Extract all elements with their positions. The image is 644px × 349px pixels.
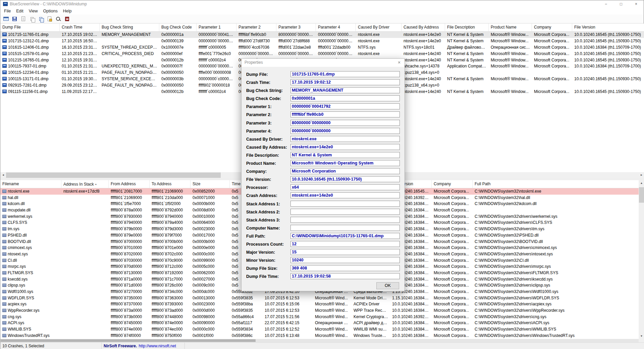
exit-button[interactable]: [63, 15, 71, 22]
column-header-parameter-4[interactable]: Parameter 4: [316, 23, 356, 32]
field-input-file-version[interactable]: [290, 176, 400, 182]
driver-row-cell-to-address: fffff800`8750f000: [150, 333, 191, 339]
minimize-button[interactable]: −: [598, 0, 613, 8]
field-input-company[interactable]: [290, 168, 400, 174]
column-header-company[interactable]: Company: [432, 180, 473, 188]
close-button[interactable]: ×: [629, 0, 644, 8]
driver-row[interactable]: ACPI.sysfffff800`87450000fffff800`874e00…: [0, 320, 639, 326]
maximize-button[interactable]: □: [613, 0, 629, 8]
column-header-bug-check-string[interactable]: Bug Check String: [100, 23, 159, 32]
properties-icon: [48, 16, 51, 21]
copy-details-button[interactable]: [37, 15, 45, 22]
column-header-to-address[interactable]: To Address: [150, 180, 191, 188]
column-header-caused-by-address[interactable]: Caused By Address: [401, 23, 445, 32]
ok-button[interactable]: OK: [376, 282, 399, 289]
menu-edit[interactable]: Edit: [13, 8, 26, 14]
crash-row[interactable]: 101715-11765-01.dmp17.10.2015 19:02:12ME…: [0, 32, 644, 38]
menu-options[interactable]: Options: [41, 8, 60, 14]
column-header-caused-by-driver[interactable]: Caused By Driver: [356, 23, 401, 32]
field-input-computer-name[interactable]: [290, 225, 400, 231]
column-header-full-path[interactable]: Full Path: [473, 180, 639, 188]
menu-help[interactable]: Help: [60, 8, 74, 14]
driver-row-cell-address-in-stack: [61, 239, 109, 245]
column-header-file-version[interactable]: File Version: [572, 23, 644, 32]
field-input-bug-check-code[interactable]: [290, 95, 400, 101]
crash-row-cell-caused-by-address: ahcache.sys+14378: [401, 63, 445, 69]
column-header-parameter-1[interactable]: Parameter 1: [197, 23, 236, 32]
field-input-parameter-3[interactable]: [290, 120, 400, 126]
save-button[interactable]: [11, 15, 18, 22]
field-input-minor-version[interactable]: [290, 257, 400, 263]
field-input-processor[interactable]: [290, 184, 400, 190]
field-input-full-path[interactable]: [290, 233, 400, 239]
crash-row[interactable]: 101615-12406-01.dmp16.10.2015 23:31:17SY…: [0, 44, 644, 51]
lower-horizontal-scrollbar[interactable]: [0, 339, 639, 342]
menu-view[interactable]: View: [26, 8, 41, 14]
field-input-stack-address-2[interactable]: [290, 209, 400, 215]
menu-file[interactable]: File: [1, 8, 13, 14]
driver-row[interactable]: acpiex.sysfffff800`87370000fffff800`8739…: [0, 301, 639, 307]
crash-row[interactable]: 101715-12312-01.dmp17.10.2015 16:50:400x…: [0, 38, 644, 44]
column-header-from-address[interactable]: From Address: [109, 180, 150, 188]
lower-vertical-scrollbar[interactable]: ▲ ▼: [639, 180, 644, 339]
column-header-size[interactable]: Size: [191, 180, 230, 188]
driver-row-cell-address-in-stack: [61, 195, 109, 201]
crash-row-cell-product-name: Microsoft® Window...: [489, 38, 532, 44]
column-label: Parameter 4: [318, 25, 340, 30]
column-header-parameter-3[interactable]: Parameter 3: [276, 23, 316, 32]
driver-row-cell-file-description: Kernel Mode Drive...: [352, 295, 390, 301]
driver-icon: [2, 271, 6, 275]
driver-row[interactable]: cng.sysfffff800`873b0000fffff800`8744800…: [0, 314, 639, 320]
copy-button[interactable]: [28, 15, 36, 22]
column-header-filename[interactable]: Filename: [0, 180, 61, 188]
field-input-parameter-4[interactable]: [290, 128, 400, 134]
driver-row[interactable]: WDFLDR.SYSfffff800`87350000fffff800`8736…: [0, 295, 639, 301]
field-input-crash-address[interactable]: [290, 192, 400, 198]
lower-hscroll-thumb[interactable]: [1, 339, 256, 342]
column-header-file-description[interactable]: File Description: [445, 23, 489, 32]
field-input-stack-address-3[interactable]: [290, 217, 400, 223]
html-report-button[interactable]: [19, 15, 27, 22]
scroll-up-icon[interactable]: ▲: [639, 180, 644, 186]
driver-row[interactable]: WMILIB.SYSfffff800`874e0000fffff800`874e…: [0, 326, 639, 333]
scroll-right-icon[interactable]: ►: [639, 172, 644, 178]
dialog-close-button[interactable]: ×: [395, 59, 403, 66]
field-input-parameter-2[interactable]: [290, 111, 400, 117]
field-input-dump-file-time[interactable]: [290, 273, 400, 279]
find-button[interactable]: [54, 15, 62, 22]
field-input-stack-address-1[interactable]: [290, 201, 400, 207]
advanced-run-options-button[interactable]: [2, 15, 10, 22]
driver-row-cell-from-address: fffff800`87130000: [109, 270, 150, 276]
field-input-bug-check-string[interactable]: [290, 87, 400, 93]
column-header-address-in-stack[interactable]: Address In Stack▴: [61, 180, 109, 188]
scroll-left-icon[interactable]: ◄: [0, 172, 6, 178]
driver-row[interactable]: WindowsTrustedRT.sysfffff800`874f0000fff…: [0, 333, 639, 339]
driver-row[interactable]: WppRecorder.sysfffff800`873a0000fffff800…: [0, 307, 639, 314]
field-input-caused-by-driver[interactable]: [290, 136, 400, 142]
field-input-major-version[interactable]: [290, 249, 400, 255]
field-input-crash-time[interactable]: [290, 79, 400, 85]
driver-row-cell-full-path: C:\WINDOWS\system32\ntoskrnl.exe: [473, 188, 639, 195]
column-header-bug-check-code[interactable]: Bug Check Code: [159, 23, 197, 32]
field-input-caused-by-address[interactable]: [290, 144, 400, 150]
column-header-product-name[interactable]: Product Name: [489, 23, 532, 32]
field-label-crash-time: Crash Time:: [246, 80, 270, 85]
crash-row[interactable]: 101515-12578-01.dmp12.10.2015 21:23:32CR…: [0, 51, 644, 57]
properties-button[interactable]: [46, 15, 53, 22]
upper-hscroll-thumb[interactable]: [6, 172, 221, 178]
driver-row-cell-file-version: 10.0.10240.16384 (...: [390, 333, 432, 339]
nirsoft-url-link[interactable]: http://www.nirsoft.net: [139, 344, 176, 348]
field-input-file-description[interactable]: [290, 152, 400, 158]
field-input-parameter-1[interactable]: [290, 103, 400, 109]
column-header-parameter-2[interactable]: Parameter 2: [236, 23, 276, 32]
column-header-company[interactable]: Company: [532, 23, 572, 32]
column-header-crash-time[interactable]: Crash Time: [60, 23, 100, 32]
field-input-dump-file-size[interactable]: [290, 265, 400, 271]
field-input-processors-count[interactable]: [290, 241, 400, 247]
scroll-down-icon[interactable]: ▼: [639, 333, 644, 339]
column-header-dump-file[interactable]: Dump File: [0, 23, 60, 32]
driver-row-cell-address-in-stack: [61, 289, 109, 295]
field-input-dump-file[interactable]: [290, 71, 400, 77]
field-input-product-name[interactable]: [290, 160, 400, 166]
lower-vscroll-thumb[interactable]: [639, 187, 644, 203]
